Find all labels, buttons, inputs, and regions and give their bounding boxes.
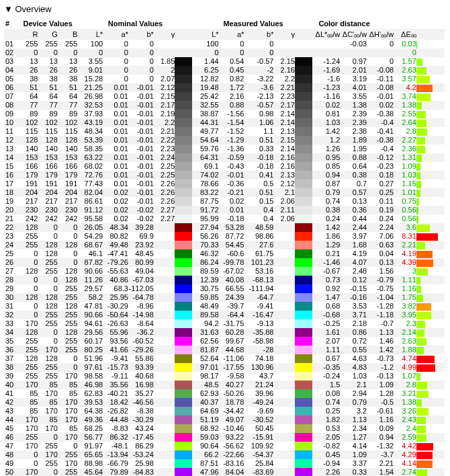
table-row[interactable]: 49025517088.98-66.7925.9887.51-83.1625.8… xyxy=(4,459,445,468)
table-row[interactable]: 1010210210243.190.01-0.012.244.31-1.541.… xyxy=(4,118,445,127)
grp-measured[interactable]: Measured Values xyxy=(193,18,314,29)
col-ng[interactable]: γ xyxy=(154,29,175,40)
table-row[interactable]: 41851708562.83-40.2135.2762.93-50.2639.9… xyxy=(4,389,445,398)
cell-mL: 62.56 xyxy=(193,337,219,346)
cell-R: 217 xyxy=(18,197,38,206)
table-row[interactable]: 1921721721786.610.02-0.012.2687.750.020.… xyxy=(4,197,445,206)
cell-dL: 1.82 xyxy=(313,415,340,424)
cell-R: 166 xyxy=(18,162,38,171)
col-nL[interactable]: L* xyxy=(77,29,103,40)
table-row[interactable]: 1212812812853.390.01-0.012.2254.64-1.290… xyxy=(4,136,445,145)
table-row[interactable]: 0538383815.28002.0712.820.82-3.222.2-1.6… xyxy=(4,75,445,83)
cell-R: 230 xyxy=(18,206,38,214)
col-dH[interactable]: ΔH'₀₀/w xyxy=(367,29,394,40)
cell-mb: -2.13 xyxy=(244,92,273,101)
table-row[interactable]: 2425512812868.6749.4823.9270.3354.4527.6… xyxy=(4,241,445,249)
table-row[interactable]: 38255255097.61-15.7393.3997.01-17.55130.… xyxy=(4,363,445,372)
col-na[interactable]: a* xyxy=(103,29,128,40)
table-row[interactable]: 0989898937.930.01-0.012.1938.87-1.560.98… xyxy=(4,110,445,118)
nominal-swatch xyxy=(175,66,193,75)
cell-R: 85 xyxy=(18,398,38,407)
table-row[interactable]: 0764646426.980.01-0.012.1525.422.16-2.13… xyxy=(4,92,445,101)
table-row[interactable]: 031313133.55001.851.440.54-0.572.15-1.24… xyxy=(4,57,445,66)
col-B[interactable]: B xyxy=(58,29,77,40)
nominal-swatch xyxy=(175,381,193,389)
col-ma[interactable]: a* xyxy=(219,29,244,40)
table-row[interactable]: 451701708568.25-8.8343.2468.92-10.4650.4… xyxy=(4,424,445,433)
table-row[interactable]: 40170858546.9835.5616.9848.540.2721.241.… xyxy=(4,381,445,389)
table-row[interactable]: 250128046.1-47.4148.4546.32-60.661.750.2… xyxy=(4,249,445,258)
table-row[interactable]: 50170025545.6479.89-84.8347.9684.04-83.6… xyxy=(4,468,445,476)
cell-dH: -0.38 xyxy=(367,136,394,145)
table-row[interactable]: 46255017056.7786.32-17.4559.0393.22-15.9… xyxy=(4,433,445,442)
table-row[interactable]: 2124224224295.580.02-0.022.2795.99-0.180… xyxy=(4,214,445,223)
grp-idx[interactable]: # xyxy=(4,18,18,29)
overview-title[interactable]: ▼ Overview xyxy=(4,4,450,14)
col-mg[interactable]: γ xyxy=(273,29,295,40)
table-row[interactable]: 3925525517098.58-9.1140.6898.17-9.5843.7… xyxy=(4,372,445,381)
table-row[interactable]: 260255087.82-79.2680.9986.24-99.78101.23… xyxy=(4,258,445,267)
table-row[interactable]: 47170255091.97-48.186.2990.64-56.62109.9… xyxy=(4,442,445,450)
cell-mb: 39.96 xyxy=(244,389,273,398)
cell-dC: 1.89 xyxy=(340,136,367,145)
cell-B: 13 xyxy=(58,57,77,66)
de-bar xyxy=(416,363,445,372)
cell-na: 55.96 xyxy=(103,328,128,337)
table-row[interactable]: 020000000000 xyxy=(4,48,445,57)
table-row[interactable]: 1111511511548.340.01-0.012.2149.77-1.521… xyxy=(4,127,445,136)
table-row[interactable]: 042626269.010026.250.45-22.16-1.692.01-0… xyxy=(4,66,445,75)
col-mb[interactable]: b* xyxy=(244,29,273,40)
table-row[interactable]: 438517017064.38-26.82-8.3864.69-34.42-9.… xyxy=(4,407,445,415)
table-row[interactable]: 1617917917972.760.01-0.012.2574.02-0.010… xyxy=(4,171,445,180)
table-row[interactable]: 221280026.0548.3439.2827.9453.2848.591.4… xyxy=(4,223,445,232)
table-row[interactable]: 31012812847.81-30.29-8.9648.49-39.7-9.41… xyxy=(4,302,445,311)
table-row[interactable]: 32025525590.66-50.64-14.9889.58-64.4-16.… xyxy=(4,311,445,319)
grp-device[interactable]: Device Values xyxy=(18,18,77,29)
cell-mL: 48.5 xyxy=(193,381,219,389)
cell-ng: 2.25 xyxy=(154,171,175,180)
cell-nb: 0 xyxy=(128,57,154,66)
col-dL[interactable]: ΔL*₀₀/w xyxy=(313,29,340,40)
table-row[interactable]: 2023023023091.120.02-0.022.2791.720.010.… xyxy=(4,206,445,214)
cell-dH: -0.11 xyxy=(367,75,394,83)
table-row[interactable]: 3012812825558.225.95-64.7859.8524.39-64.… xyxy=(4,293,445,302)
table-row[interactable]: 0651515121.250.01-0.012.1219.481.72-3.62… xyxy=(4,83,445,92)
table-row[interactable]: 1719119119177.430.01-0.012.2678.66-0.360… xyxy=(4,180,445,188)
cell-nL: 68.02 xyxy=(77,162,103,171)
table-row[interactable]: 37128128051.96-9.4155.8652.64-11.0674.18… xyxy=(4,354,445,363)
table-row[interactable]: 012552552551000010000-0.0300.03 xyxy=(4,40,445,48)
table-row[interactable]: 2712825512890.66-55.6349.0489.59-67.0253… xyxy=(4,267,445,276)
table-row[interactable]: 35255025560.1793.56-60.5262.5699.67-58.9… xyxy=(4,337,445,346)
col-dC[interactable]: ΔC'₀₀/w xyxy=(340,29,367,40)
table-row[interactable]: 280012811.2640.86-67.0312.3940.08-68.130… xyxy=(4,276,445,284)
table-row[interactable]: 1415315315363.220.01-0.012.2464.31-0.59-… xyxy=(4,153,445,162)
table-row[interactable]: 42858517039.5318.42-46.5640.3718.78-49.2… xyxy=(4,398,445,407)
grp-distance[interactable]: Color distance xyxy=(313,18,445,29)
table-row[interactable]: 0877777732.530.01-0.012.1732.550.88-0.57… xyxy=(4,101,445,110)
cell-G: 115 xyxy=(38,127,57,136)
table-row[interactable]: 1516616616668.020.01-0.012.2569.1-0.43-0… xyxy=(4,162,445,171)
cell-B: 255 xyxy=(58,337,77,346)
col-idx[interactable] xyxy=(4,29,18,40)
cell-idx: 43 xyxy=(4,407,18,415)
col-mL[interactable]: L* xyxy=(193,29,219,40)
col-G[interactable]: G xyxy=(38,29,57,40)
col-dE[interactable]: ΔE₀₀ xyxy=(394,29,416,40)
cell-na: 40.86 xyxy=(103,276,128,284)
table-row[interactable]: 441708517049.3644.48-30.2951.1949.07-30.… xyxy=(4,415,445,424)
table-row[interactable]: 232550054.2980.8269.956.2687.7298.861.86… xyxy=(4,232,445,241)
col-nb[interactable]: b* xyxy=(128,29,154,40)
table-row[interactable]: 3625517025580.2541.66-29.2681.8744.68-28… xyxy=(4,346,445,354)
table-row[interactable]: 1314014014058.350.01-0.012.2359.76-1.360… xyxy=(4,145,445,153)
table-row[interactable]: 290025529.5768.3-112.0530.7566.55-111.94… xyxy=(4,284,445,293)
table-row[interactable]: 3317025525594.61-26.63-8.6494.2-31.75-9.… xyxy=(4,319,445,328)
cell-na: 86.32 xyxy=(103,433,128,442)
table-row[interactable]: 1820420420482.040.02-0.012.2683.22-0.210… xyxy=(4,188,445,197)
cell-idx: 13 xyxy=(4,145,18,153)
table-row[interactable]: 34128012829.5655.96-36.231.6360.28-35.88… xyxy=(4,328,445,337)
col-R[interactable]: R xyxy=(18,29,38,40)
cell-mg xyxy=(273,293,295,302)
measured-swatch xyxy=(295,223,313,232)
table-row[interactable]: 48017025565.65-13.94-53.2466.2-22.66-54.… xyxy=(4,450,445,459)
grp-nominal[interactable]: Nominal Values xyxy=(77,18,193,29)
